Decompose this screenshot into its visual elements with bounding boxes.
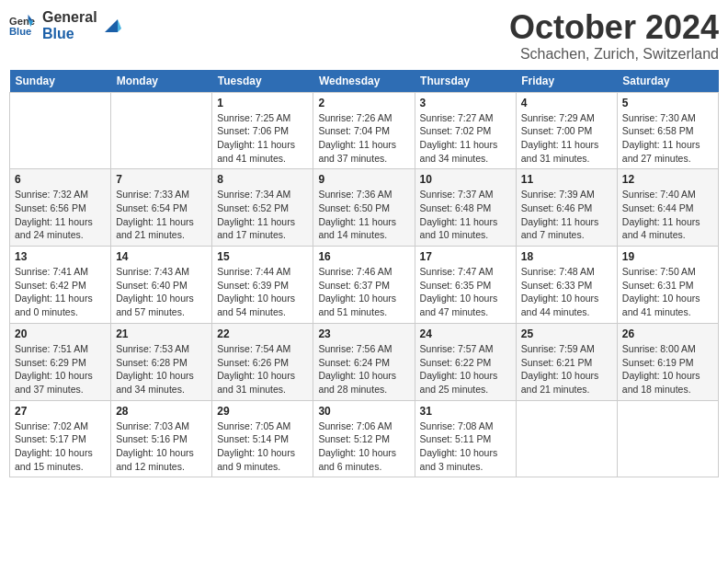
calendar-cell: 5Sunrise: 7:30 AMSunset: 6:58 PMDaylight… <box>617 92 718 169</box>
calendar-cell: 14Sunrise: 7:43 AMSunset: 6:40 PMDayligh… <box>111 247 212 324</box>
calendar-cell: 21Sunrise: 7:53 AMSunset: 6:28 PMDayligh… <box>111 323 212 400</box>
day-detail: Sunrise: 7:25 AMSunset: 7:06 PMDaylight:… <box>217 111 308 166</box>
header-tuesday: Tuesday <box>212 70 313 93</box>
calendar-cell: 3Sunrise: 7:27 AMSunset: 7:02 PMDaylight… <box>415 92 516 169</box>
day-number: 14 <box>116 250 207 263</box>
day-number: 3 <box>420 97 511 109</box>
day-detail: Sunrise: 7:44 AMSunset: 6:39 PMDaylight:… <box>217 265 308 319</box>
day-detail: Sunrise: 7:29 AMSunset: 7:00 PMDaylight:… <box>521 111 612 166</box>
calendar-cell: 15Sunrise: 7:44 AMSunset: 6:39 PMDayligh… <box>212 247 313 324</box>
calendar-cell: 8Sunrise: 7:34 AMSunset: 6:52 PMDaylight… <box>212 169 313 247</box>
calendar-cell: 16Sunrise: 7:46 AMSunset: 6:37 PMDayligh… <box>313 247 415 324</box>
day-detail: Sunrise: 7:03 AMSunset: 5:16 PMDaylight:… <box>116 419 207 474</box>
calendar-cell: 12Sunrise: 7:40 AMSunset: 6:44 PMDayligh… <box>617 169 718 247</box>
logo: General Blue General Blue <box>9 9 121 41</box>
header-monday: Monday <box>111 70 212 93</box>
day-number: 25 <box>521 327 612 340</box>
day-detail: Sunrise: 7:47 AMSunset: 6:35 PMDaylight:… <box>420 265 511 319</box>
day-number: 2 <box>318 97 409 109</box>
svg-marker-4 <box>105 19 118 32</box>
calendar-cell: 25Sunrise: 7:59 AMSunset: 6:21 PMDayligh… <box>516 323 617 400</box>
day-number: 18 <box>521 250 612 263</box>
day-number: 8 <box>217 173 308 186</box>
day-detail: Sunrise: 7:08 AMSunset: 5:11 PMDaylight:… <box>420 419 511 474</box>
day-detail: Sunrise: 7:46 AMSunset: 6:37 PMDaylight:… <box>318 265 409 319</box>
day-number: 19 <box>622 250 713 263</box>
location: Schachen, Zurich, Switzerland <box>509 46 719 63</box>
day-detail: Sunrise: 7:27 AMSunset: 7:02 PMDaylight:… <box>420 111 511 166</box>
day-number: 10 <box>420 173 511 186</box>
day-number: 6 <box>15 173 106 186</box>
calendar-cell <box>516 400 617 477</box>
calendar-cell: 10Sunrise: 7:37 AMSunset: 6:48 PMDayligh… <box>415 169 516 247</box>
day-number: 4 <box>521 97 612 109</box>
calendar-cell: 4Sunrise: 7:29 AMSunset: 7:00 PMDaylight… <box>516 92 617 169</box>
header-saturday: Saturday <box>617 70 718 93</box>
calendar-cell <box>10 92 111 169</box>
day-number: 24 <box>420 327 511 340</box>
day-number: 22 <box>217 327 308 340</box>
day-number: 12 <box>622 173 713 186</box>
calendar-cell: 29Sunrise: 7:05 AMSunset: 5:14 PMDayligh… <box>212 400 313 477</box>
calendar-cell: 9Sunrise: 7:36 AMSunset: 6:50 PMDaylight… <box>313 169 415 247</box>
day-detail: Sunrise: 7:02 AMSunset: 5:17 PMDaylight:… <box>15 419 106 474</box>
day-detail: Sunrise: 7:57 AMSunset: 6:22 PMDaylight:… <box>420 342 511 396</box>
calendar-cell: 28Sunrise: 7:03 AMSunset: 5:16 PMDayligh… <box>111 400 212 477</box>
day-number: 16 <box>318 250 409 263</box>
calendar-cell: 1Sunrise: 7:25 AMSunset: 7:06 PMDaylight… <box>212 92 313 169</box>
day-number: 9 <box>318 173 409 186</box>
page-header: General Blue General Blue October 2024 S… <box>9 9 719 63</box>
day-detail: Sunrise: 7:26 AMSunset: 7:04 PMDaylight:… <box>318 111 409 166</box>
calendar-cell: 31Sunrise: 7:08 AMSunset: 5:11 PMDayligh… <box>415 400 516 477</box>
calendar-cell: 26Sunrise: 8:00 AMSunset: 6:19 PMDayligh… <box>617 323 718 400</box>
logo-icon: General Blue <box>9 13 35 39</box>
day-detail: Sunrise: 7:40 AMSunset: 6:44 PMDaylight:… <box>622 188 713 242</box>
day-number: 26 <box>622 327 713 340</box>
day-detail: Sunrise: 7:43 AMSunset: 6:40 PMDaylight:… <box>116 265 207 319</box>
day-detail: Sunrise: 7:37 AMSunset: 6:48 PMDaylight:… <box>420 188 511 242</box>
logo-blue: Blue <box>42 26 97 42</box>
day-detail: Sunrise: 7:53 AMSunset: 6:28 PMDaylight:… <box>116 342 207 396</box>
day-detail: Sunrise: 7:06 AMSunset: 5:12 PMDaylight:… <box>318 419 409 474</box>
day-detail: Sunrise: 7:32 AMSunset: 6:56 PMDaylight:… <box>15 188 106 242</box>
calendar-week-row: 27Sunrise: 7:02 AMSunset: 5:17 PMDayligh… <box>10 400 719 477</box>
day-detail: Sunrise: 7:33 AMSunset: 6:54 PMDaylight:… <box>116 188 207 242</box>
calendar-cell <box>111 92 212 169</box>
header-sunday: Sunday <box>10 70 111 93</box>
calendar-week-row: 13Sunrise: 7:41 AMSunset: 6:42 PMDayligh… <box>10 247 719 324</box>
day-number: 29 <box>217 405 308 418</box>
calendar-table: SundayMondayTuesdayWednesdayThursdayFrid… <box>9 70 719 478</box>
day-detail: Sunrise: 7:34 AMSunset: 6:52 PMDaylight:… <box>217 188 308 242</box>
day-detail: Sunrise: 7:59 AMSunset: 6:21 PMDaylight:… <box>521 342 612 396</box>
day-number: 11 <box>521 173 612 186</box>
day-number: 1 <box>217 97 308 109</box>
day-detail: Sunrise: 7:54 AMSunset: 6:26 PMDaylight:… <box>217 342 308 396</box>
logo-general: General <box>42 9 97 26</box>
day-number: 13 <box>15 250 106 263</box>
calendar-cell: 22Sunrise: 7:54 AMSunset: 6:26 PMDayligh… <box>212 323 313 400</box>
day-detail: Sunrise: 7:56 AMSunset: 6:24 PMDaylight:… <box>318 342 409 396</box>
day-number: 15 <box>217 250 308 263</box>
day-number: 7 <box>116 173 207 186</box>
day-detail: Sunrise: 7:05 AMSunset: 5:14 PMDaylight:… <box>217 419 308 474</box>
calendar-cell: 13Sunrise: 7:41 AMSunset: 6:42 PMDayligh… <box>10 247 111 324</box>
day-detail: Sunrise: 7:50 AMSunset: 6:31 PMDaylight:… <box>622 265 713 319</box>
title-block: October 2024 Schachen, Zurich, Switzerla… <box>509 9 719 63</box>
day-number: 5 <box>622 97 713 109</box>
calendar-cell: 11Sunrise: 7:39 AMSunset: 6:46 PMDayligh… <box>516 169 617 247</box>
calendar-header-row: SundayMondayTuesdayWednesdayThursdayFrid… <box>10 70 719 93</box>
calendar-cell: 19Sunrise: 7:50 AMSunset: 6:31 PMDayligh… <box>617 247 718 324</box>
day-detail: Sunrise: 7:48 AMSunset: 6:33 PMDaylight:… <box>521 265 612 319</box>
day-number: 28 <box>116 405 207 418</box>
header-wednesday: Wednesday <box>313 70 415 93</box>
logo-triangle-icon <box>101 16 121 36</box>
day-number: 17 <box>420 250 511 263</box>
day-number: 23 <box>318 327 409 340</box>
svg-text:Blue: Blue <box>9 26 31 37</box>
calendar-cell: 20Sunrise: 7:51 AMSunset: 6:29 PMDayligh… <box>10 323 111 400</box>
calendar-cell: 6Sunrise: 7:32 AMSunset: 6:56 PMDaylight… <box>10 169 111 247</box>
calendar-week-row: 20Sunrise: 7:51 AMSunset: 6:29 PMDayligh… <box>10 323 719 400</box>
calendar-cell: 24Sunrise: 7:57 AMSunset: 6:22 PMDayligh… <box>415 323 516 400</box>
month-title: October 2024 <box>509 9 719 46</box>
header-friday: Friday <box>516 70 617 93</box>
